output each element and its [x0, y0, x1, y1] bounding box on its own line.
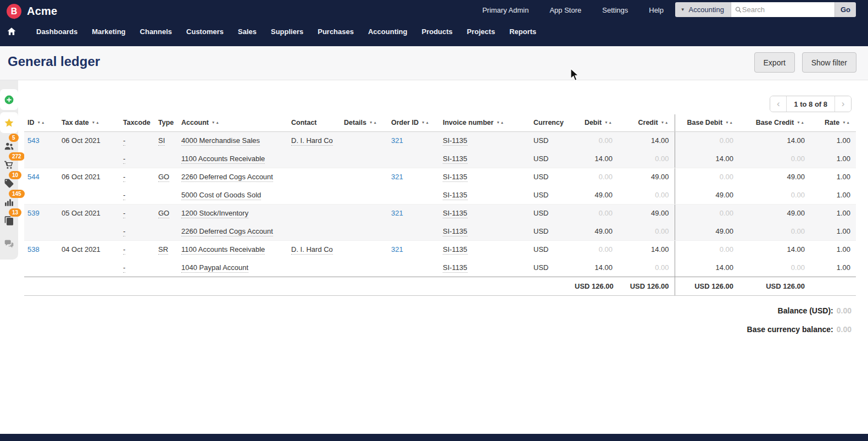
id-value[interactable]: 544 — [27, 173, 40, 181]
column-header-rate[interactable]: Rate▼▲ — [810, 114, 856, 131]
account-value[interactable]: 1200 Stock/Inventory — [181, 209, 248, 218]
column-header-invoice[interactable]: Invoice number▼▲ — [439, 114, 530, 131]
brightpearl-logo-icon[interactable]: B — [7, 4, 21, 19]
order-id-value[interactable]: 321 — [391, 173, 403, 181]
invoice-value[interactable]: SI-1135 — [443, 227, 468, 236]
search-input[interactable] — [742, 5, 831, 14]
taxcode-value[interactable]: - — [123, 173, 125, 182]
sidebar-item-reports-chart[interactable]: 145 — [2, 195, 16, 210]
export-button[interactable]: Export — [754, 52, 795, 73]
account-value[interactable]: 2260 Deferred Cogs Account — [181, 173, 273, 182]
cell-base-debit: 0.00 — [675, 131, 739, 150]
sort-icons[interactable]: ▼▲ — [842, 120, 850, 124]
type-value[interactable]: GO — [158, 209, 169, 218]
sort-icons[interactable]: ▼▲ — [604, 120, 613, 124]
type-value[interactable]: SR — [158, 245, 168, 255]
invoice-value[interactable]: SI-1135 — [443, 155, 468, 164]
order-id-value[interactable]: 321 — [391, 245, 403, 253]
topnav-link-settings[interactable]: Settings — [602, 6, 628, 14]
sidebar-item-contacts[interactable]: 5 — [2, 139, 16, 153]
invoice-value[interactable]: SI-1135 — [443, 173, 468, 182]
column-header-base-debit[interactable]: Base Debit▼▲ — [675, 114, 739, 131]
id-value[interactable]: 539 — [27, 209, 40, 217]
search-go-button[interactable]: Go — [834, 2, 856, 17]
sort-icons[interactable]: ▼▲ — [661, 120, 669, 124]
taxcode-value[interactable]: - — [123, 155, 125, 164]
column-header-label: Credit — [638, 119, 658, 126]
column-header-base-credit[interactable]: Base Credit▼▲ — [739, 114, 810, 131]
sidebar-item-tag[interactable]: 10 — [2, 176, 16, 191]
pagination-next-button[interactable]: › — [835, 96, 851, 112]
menu-item-projects[interactable]: Projects — [467, 27, 495, 36]
menu-item-customers[interactable]: Customers — [186, 27, 224, 36]
column-header-account[interactable]: Account▼▲ — [178, 114, 288, 131]
sort-icons[interactable]: ▼▲ — [92, 120, 100, 124]
topnav-link-app-store[interactable]: App Store — [549, 6, 581, 14]
sort-icons[interactable]: ▼▲ — [421, 120, 430, 124]
menu-item-purchases[interactable]: Purchases — [318, 27, 354, 36]
order-id-value[interactable]: 321 — [391, 209, 403, 217]
sort-icons[interactable]: ▼▲ — [725, 120, 733, 124]
balance-label: Balance (USD): — [778, 306, 833, 315]
cell-invoice: SI-1135 — [439, 240, 530, 258]
column-header-debit[interactable]: Debit▼▲ — [571, 114, 618, 131]
taxcode-value[interactable]: - — [123, 136, 125, 146]
column-header-id[interactable]: ID▼▲ — [24, 114, 58, 131]
topnav-link-primary-admin[interactable]: Primary Admin — [482, 6, 529, 14]
menu-item-sales[interactable]: Sales — [238, 27, 257, 36]
contact-value[interactable]: D. I. Hard Co — [291, 136, 333, 146]
pagination-prev-button[interactable]: ‹ — [770, 96, 786, 112]
account-value[interactable]: 1040 Paypal Account — [181, 263, 248, 273]
contact-value[interactable]: D. I. Hard Co — [291, 245, 333, 255]
sort-icons[interactable]: ▼▲ — [496, 120, 504, 124]
sidebar-item-add[interactable] — [2, 92, 16, 107]
search-scope-dropdown[interactable]: ▼ Accounting — [675, 2, 731, 17]
invoice-value[interactable]: SI-1135 — [443, 245, 468, 255]
type-value[interactable]: GO — [158, 173, 169, 182]
topnav-link-help[interactable]: Help — [649, 6, 664, 14]
invoice-value[interactable]: SI-1135 — [443, 136, 468, 146]
sidebar-item-clipboard[interactable]: 13 — [2, 213, 16, 228]
column-header-credit[interactable]: Credit▼▲ — [618, 114, 675, 131]
sort-icons[interactable]: ▼▲ — [37, 120, 46, 124]
ledger-row: -5000 Cost of Goods SoldSI-1135USD49.000… — [24, 186, 856, 204]
invoice-value[interactable]: SI-1135 — [443, 263, 468, 273]
balance-value: 0.00 — [837, 306, 852, 315]
cell-currency: USD — [530, 150, 571, 168]
id-value[interactable]: 543 — [27, 136, 40, 145]
account-value[interactable]: 1100 Accounts Receivable — [181, 155, 265, 164]
account-value[interactable]: 5000 Cost of Goods Sold — [181, 191, 261, 200]
menu-item-channels[interactable]: Channels — [140, 27, 173, 36]
taxcode-value[interactable]: - — [123, 263, 125, 273]
amount-value: 1.00 — [837, 263, 850, 272]
id-value[interactable]: 538 — [27, 245, 40, 253]
home-icon[interactable] — [7, 26, 16, 36]
sidebar-item-chat[interactable] — [2, 236, 16, 251]
sidebar-item-favorites-star[interactable] — [2, 115, 16, 130]
menu-item-suppliers[interactable]: Suppliers — [271, 27, 303, 36]
menu-item-accounting[interactable]: Accounting — [368, 27, 408, 36]
account-value[interactable]: 2260 Deferred Cogs Account — [181, 227, 273, 236]
menu-item-marketing[interactable]: Marketing — [92, 27, 125, 36]
menu-item-dashboards[interactable]: Dashboards — [36, 27, 77, 36]
column-header-details[interactable]: Details▼▲ — [341, 114, 388, 131]
taxcode-value[interactable]: - — [123, 191, 125, 200]
type-value[interactable]: SI — [158, 136, 165, 146]
sort-icons[interactable]: ▼▲ — [369, 120, 377, 124]
invoice-value[interactable]: SI-1135 — [443, 209, 468, 218]
taxcode-value[interactable]: - — [123, 227, 125, 236]
sort-icons[interactable]: ▼▲ — [797, 120, 805, 124]
taxcode-value[interactable]: - — [123, 209, 125, 218]
menu-item-products[interactable]: Products — [421, 27, 452, 36]
sidebar-item-cart[interactable]: 272 — [2, 157, 16, 172]
order-id-value[interactable]: 321 — [391, 136, 403, 145]
menu-item-reports[interactable]: Reports — [509, 27, 536, 36]
column-header-order-id[interactable]: Order ID▼▲ — [388, 114, 439, 131]
column-header-tax-date[interactable]: Tax date▼▲ — [58, 114, 120, 131]
taxcode-value[interactable]: - — [123, 245, 125, 255]
sort-icons[interactable]: ▼▲ — [212, 120, 220, 124]
show-filter-button[interactable]: Show filter — [802, 52, 856, 73]
account-value[interactable]: 4000 Merchandise Sales — [181, 136, 260, 146]
account-value[interactable]: 1100 Accounts Receivable — [181, 245, 265, 255]
invoice-value[interactable]: SI-1135 — [443, 191, 468, 200]
